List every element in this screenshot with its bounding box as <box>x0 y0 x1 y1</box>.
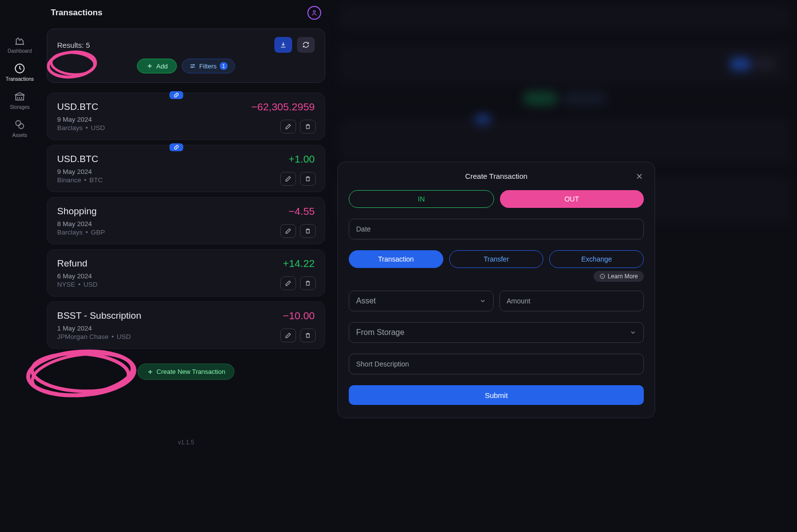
download-button[interactable] <box>274 37 292 53</box>
delete-button[interactable] <box>300 120 316 133</box>
svg-point-9 <box>31 351 130 394</box>
sidebar-item-transactions[interactable]: Transactions <box>6 63 34 82</box>
description-field[interactable]: Short Description <box>349 354 644 374</box>
transaction-date: 6 May 2024 <box>57 272 315 280</box>
user-icon <box>310 9 318 17</box>
svg-point-2 <box>19 124 24 129</box>
close-icon <box>635 172 644 181</box>
transaction-name: USD.BTC <box>57 101 98 112</box>
close-button[interactable] <box>635 172 644 182</box>
create-transaction-modal: Create Transaction IN OUT Date Transacti… <box>337 162 655 418</box>
page-title: Transactions <box>51 8 102 18</box>
edit-button[interactable] <box>280 276 296 290</box>
sidebar-item-label: Storages <box>10 104 30 110</box>
edit-button[interactable] <box>280 224 296 238</box>
transaction-amount: +1.00 <box>289 153 315 165</box>
transaction-date: 9 May 2024 <box>57 168 315 175</box>
edit-button[interactable] <box>280 329 296 342</box>
add-button[interactable]: Add <box>137 59 177 73</box>
transaction-amount: −62,305.2959 <box>251 101 315 113</box>
filters-button[interactable]: Filters 1 <box>182 59 234 73</box>
transaction-name: Shopping <box>57 206 97 217</box>
chevron-down-icon <box>479 298 486 304</box>
svg-point-5 <box>51 51 96 76</box>
transaction-name: BSST - Subscription <box>57 310 141 321</box>
sidebar: Dashboard Transactions Storages Assets <box>0 0 39 532</box>
transaction-card[interactable]: USD.BTC−62,305.29599 May 2024Barclays•US… <box>47 93 325 140</box>
download-icon <box>279 41 287 49</box>
plus-icon <box>146 63 153 69</box>
profile-button[interactable] <box>307 6 321 20</box>
results-card: Results: 5 Add Filters 1 <box>47 29 325 83</box>
type-transaction-button[interactable]: Transaction <box>349 250 443 268</box>
edit-icon <box>285 332 292 339</box>
from-storage-label: From Storage <box>356 328 404 337</box>
delete-button[interactable] <box>300 276 316 290</box>
svg-point-4 <box>47 50 97 79</box>
results-count: Results: 5 <box>57 41 90 49</box>
sidebar-item-label: Transactions <box>6 76 34 82</box>
add-button-label: Add <box>156 63 167 70</box>
delete-button[interactable] <box>300 224 316 238</box>
transaction-card[interactable]: USD.BTC+1.009 May 2024Binance•BTC <box>47 145 325 192</box>
transactions-icon <box>14 63 26 74</box>
trash-icon <box>304 332 311 339</box>
transaction-name: Refund <box>57 258 87 269</box>
link-badge <box>169 91 183 99</box>
transaction-meta: Barclays•GBP <box>57 229 315 236</box>
transaction-card[interactable]: BSST - Subscription−10.001 May 2024JPMor… <box>47 301 325 349</box>
transaction-amount: +14.22 <box>283 258 315 269</box>
refresh-button[interactable] <box>297 37 315 53</box>
edit-icon <box>285 123 292 130</box>
direction-out-button[interactable]: OUT <box>500 190 644 208</box>
type-transfer-button[interactable]: Transfer <box>449 250 544 268</box>
info-icon <box>599 273 605 279</box>
edit-icon <box>285 228 292 234</box>
edit-button[interactable] <box>280 172 296 186</box>
chevron-down-icon <box>630 329 636 336</box>
date-label: Date <box>356 225 371 233</box>
sidebar-item-assets[interactable]: Assets <box>12 119 27 138</box>
transaction-date: 9 May 2024 <box>57 116 315 123</box>
amount-label: Amount <box>507 297 531 305</box>
dashboard-icon <box>14 34 26 46</box>
trash-icon <box>304 123 311 130</box>
transaction-date: 8 May 2024 <box>57 220 315 228</box>
assets-icon <box>14 119 26 131</box>
submit-button[interactable]: Submit <box>349 385 644 405</box>
sidebar-item-label: Assets <box>12 133 27 138</box>
transaction-card[interactable]: Shopping−4.558 May 2024Barclays•GBP <box>47 197 325 244</box>
transaction-meta: NYSE•USD <box>57 281 315 288</box>
from-storage-select[interactable]: From Storage <box>349 322 644 343</box>
sidebar-item-storages[interactable]: Storages <box>10 91 30 110</box>
amount-field[interactable]: Amount <box>499 291 644 311</box>
sidebar-item-dashboard[interactable]: Dashboard <box>8 34 32 54</box>
direction-in-button[interactable]: IN <box>349 190 494 208</box>
delete-button[interactable] <box>300 329 316 342</box>
transaction-card[interactable]: Refund+14.226 May 2024NYSE•USD <box>47 249 325 297</box>
type-exchange-button[interactable]: Exchange <box>549 250 644 268</box>
trash-icon <box>304 280 311 287</box>
date-field[interactable]: Date <box>349 219 644 239</box>
description-label: Short Description <box>356 360 409 368</box>
delete-button[interactable] <box>300 172 316 186</box>
transaction-meta: Binance•BTC <box>57 176 315 184</box>
trash-icon <box>304 175 311 182</box>
link-icon <box>173 92 179 98</box>
filters-button-label: Filters <box>199 63 216 70</box>
transaction-name: USD.BTC <box>57 154 98 165</box>
create-new-transaction-button[interactable]: Create New Transaction <box>137 364 234 380</box>
link-icon <box>173 144 179 150</box>
edit-icon <box>285 280 292 287</box>
transaction-date: 1 May 2024 <box>57 325 315 332</box>
transaction-amount: −4.55 <box>289 205 315 217</box>
edit-icon <box>285 175 292 182</box>
svg-point-7 <box>192 66 193 67</box>
svg-point-8 <box>27 348 136 399</box>
modal-title: Create Transaction <box>465 172 528 180</box>
svg-point-1 <box>16 121 21 126</box>
transaction-meta: JPMorgan Chase•USD <box>57 333 315 340</box>
asset-select[interactable]: Asset <box>349 291 494 311</box>
edit-button[interactable] <box>280 120 296 133</box>
learn-more-button[interactable]: Learn More <box>594 271 644 282</box>
